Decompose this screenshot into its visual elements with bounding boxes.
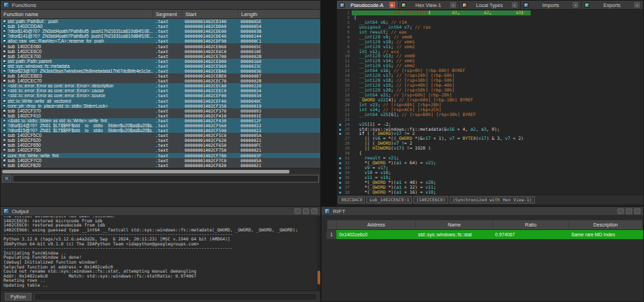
function-row[interactable]: alloc::raw_vec::RawVec<T,A>::reserve_for… bbox=[1, 38, 320, 43]
function-length-cell: 00000019 bbox=[238, 103, 320, 108]
function-start-cell: 00000001402CF620 bbox=[183, 138, 238, 143]
function-row[interactable]: sub_1402CE060.text00000001402CE060000006… bbox=[1, 43, 320, 48]
function-start-cell: 00000001402CF650 bbox=[183, 143, 238, 148]
close-icon[interactable]: × bbox=[450, 2, 456, 8]
function-segment-cell: .text bbox=[153, 34, 183, 38]
itemized-dot-icon bbox=[337, 185, 343, 190]
function-row[interactable]: <std::io::error::Error as core::error::E… bbox=[1, 83, 320, 88]
tab-exports[interactable]: Exports × bbox=[582, 1, 643, 9]
column-header-description[interactable]: Description bbox=[569, 220, 643, 230]
column-header-name[interactable]: Name bbox=[416, 220, 493, 230]
itemized-dot-icon bbox=[337, 166, 343, 171]
window-button[interactable] bbox=[311, 208, 317, 214]
column-header-function-name[interactable]: Function name bbox=[1, 10, 153, 18]
output-scrollbar[interactable] bbox=[317, 216, 320, 290]
close-icon[interactable]: × bbox=[389, 2, 395, 8]
output-panel: Output The initial autoanalysis has been… bbox=[0, 206, 321, 302]
function-row[interactable]: ?dtor$23@?0?_ZN3std3sys7windows2fs8metad… bbox=[1, 69, 320, 73]
line-number: 21 bbox=[343, 108, 352, 113]
tab-hex-view-1[interactable]: Hex View-1 × bbox=[399, 1, 460, 9]
function-name-cell: sub_1402CF370 bbox=[1, 108, 153, 113]
function-row[interactable]: <std::io::error::Error as core::error::E… bbox=[1, 88, 320, 93]
function-row[interactable]: core::fmt::Write::write_fmt.text00000001… bbox=[1, 153, 320, 158]
function-row[interactable]: ?dtor$15@?0?_ZN61_$LT$$RF$std__io__stdio… bbox=[1, 128, 320, 133]
tab-imports[interactable]: Imports × bbox=[521, 1, 582, 9]
column-header-length[interactable]: Length bbox=[238, 10, 320, 18]
function-length-cell: 00000160 bbox=[238, 59, 320, 64]
function-row[interactable]: sub_1402CF750.text00000001402CF750000000… bbox=[1, 148, 320, 152]
close-icon[interactable]: × bbox=[634, 2, 640, 8]
function-row[interactable]: ?dtor$14@?0?_ZN61_$LT$$RF$std__io__stdio… bbox=[1, 123, 320, 128]
window-button[interactable] bbox=[617, 208, 624, 214]
function-name-cell: ?dtor$140@?0?_ZN3std4path7PathBuf5_push1… bbox=[1, 29, 153, 34]
tab-pseudocode-a[interactable]: Pseudocode-A × bbox=[337, 1, 399, 9]
function-start-cell: 00000001402CEF00 bbox=[183, 93, 238, 98]
window-button[interactable] bbox=[294, 208, 301, 214]
functions-horizontal-scrollbar[interactable] bbox=[1, 168, 320, 173]
column-header-segment[interactable]: Segment bbox=[153, 10, 183, 18]
tab-label: Pseudocode-A bbox=[347, 2, 387, 8]
scrollbar-thumb[interactable] bbox=[317, 271, 320, 285]
function-row[interactable]: sub_1402CF820.text00000001402CF820000000… bbox=[1, 163, 320, 168]
window-button[interactable] bbox=[626, 208, 632, 214]
function-start-cell: 00000001402CE6C0 bbox=[183, 49, 238, 54]
window-button[interactable] bbox=[634, 208, 641, 214]
function-row[interactable]: std::path::PathBuf::_push.text0000000140… bbox=[1, 19, 320, 24]
function-segment-cell: .text bbox=[153, 44, 183, 49]
function-length-cell: 0000023C bbox=[238, 64, 320, 69]
function-segment-cell: .text bbox=[153, 143, 183, 148]
function-row[interactable]: sub_1402CE6C0.text00000001402CE6C0000001… bbox=[1, 49, 320, 54]
tab-local-types[interactable]: Local Types × bbox=[459, 1, 521, 9]
scrollbar-thumb[interactable] bbox=[2, 170, 289, 173]
function-row[interactable]: sub_1402CF370.text00000001402CF370000000… bbox=[1, 108, 320, 113]
function-row[interactable]: std::path::Path::parent.text00000001402C… bbox=[1, 59, 320, 64]
function-row[interactable]: std::io::Write::write_all_vectored.text0… bbox=[1, 99, 320, 103]
output-window-buttons bbox=[294, 208, 317, 214]
pseudocode-line[interactable]: 29 || HIDWORD(v17) != 1920 ) bbox=[337, 146, 643, 151]
itemized-dot-icon bbox=[337, 171, 343, 175]
pseudocode-line[interactable]: 22 __int64 v25[6]; // [rsp+B0h] [rbp+30h… bbox=[337, 113, 643, 117]
function-row[interactable]: core::ptr::drop_in_place<std::io::stdio:… bbox=[1, 103, 320, 108]
functions-panel-icon bbox=[3, 2, 9, 8]
functions-filter-input[interactable] bbox=[13, 175, 319, 182]
function-icon bbox=[3, 119, 6, 122]
function-row[interactable]: <&std::io::stdio::Stderr as std::io::Wri… bbox=[1, 118, 320, 123]
function-row[interactable]: sub_1402CEC70.text00000001402CEC70000000… bbox=[1, 78, 320, 83]
function-row[interactable]: sub_1402CF410.text00000001402CF410000000… bbox=[1, 113, 320, 118]
pseudocode-listing[interactable]: 1int __fastcall sub_1402CE6C0(__int64 a1… bbox=[337, 10, 643, 194]
function-row[interactable]: sub_1402CF5C0.text00000001402CF5C0000000… bbox=[1, 133, 320, 138]
close-icon[interactable]: × bbox=[573, 2, 578, 8]
rift-match-row[interactable]: 10x1402ce6c0std::sys::windows::fs::stat0… bbox=[327, 230, 643, 239]
function-row[interactable]: sub_1402CF7C0.text00000001402CF7C0000000… bbox=[1, 158, 320, 163]
filter-clear-icon[interactable]: ✕ bbox=[2, 175, 11, 182]
line-number: 1 bbox=[343, 10, 352, 15]
python-prompt-bar: Python bbox=[1, 290, 320, 302]
window-button[interactable] bbox=[303, 208, 309, 214]
function-row[interactable]: sub_1402CDDA0.text00000001402CDDA0000000… bbox=[1, 24, 320, 29]
close-icon[interactable]: × bbox=[512, 2, 517, 8]
function-name-cell: sub_1402CF410 bbox=[1, 113, 153, 118]
function-row[interactable]: sub_1402CE700.text00000001402CE700000000… bbox=[1, 54, 320, 59]
description-cell: Same rare MD Index bbox=[568, 230, 643, 239]
line-number: 31 bbox=[343, 156, 352, 161]
function-row[interactable]: sub_1402CF620.text00000001402CF620000000… bbox=[1, 138, 320, 143]
function-name-cell: sub_1402CE700 bbox=[1, 54, 153, 59]
pseudocode-line[interactable]: 1int __fastcall sub_1402CE6C0(__int64 a1… bbox=[337, 10, 643, 15]
python-command-input[interactable] bbox=[34, 293, 317, 301]
function-row[interactable]: sub_1402CF650.text00000001402CF650000000… bbox=[1, 143, 320, 148]
gutter-cell bbox=[337, 54, 343, 59]
function-row[interactable]: std::sys::windows::fs::metadata.text0000… bbox=[1, 64, 320, 69]
column-header-start[interactable]: Start bbox=[183, 10, 238, 18]
function-start-cell: 00000001402CEC70 bbox=[183, 78, 238, 83]
function-name-cell: sub_1402CF650 bbox=[1, 143, 153, 148]
function-row[interactable]: sub_1402CEBE0.text00000001402CEBE0000000… bbox=[1, 73, 320, 78]
function-row[interactable]: ?dtor$140@?0?_ZN3std4path7PathBuf5_push1… bbox=[1, 29, 320, 34]
function-name-text: ?dtor$15@?0?_ZN61_$LT$$RF$std__io__stdio… bbox=[8, 128, 153, 133]
function-row[interactable]: <std::io::error::Error as core::error::E… bbox=[1, 93, 320, 98]
column-header-address[interactable]: Address bbox=[337, 220, 416, 230]
output-log[interactable]: The initial autoanalysis has been finish… bbox=[1, 216, 320, 290]
function-row[interactable]: ?dtor$141@?0?_ZN3std4path7PathBuf5_push1… bbox=[1, 34, 320, 38]
function-name-text: ?dtor$23@?0?_ZN3std3sys7windows2fs8metad… bbox=[8, 69, 153, 73]
column-header-ratio[interactable]: Ratio bbox=[493, 220, 569, 230]
status-segment: (1402CE6C0) bbox=[413, 196, 448, 203]
